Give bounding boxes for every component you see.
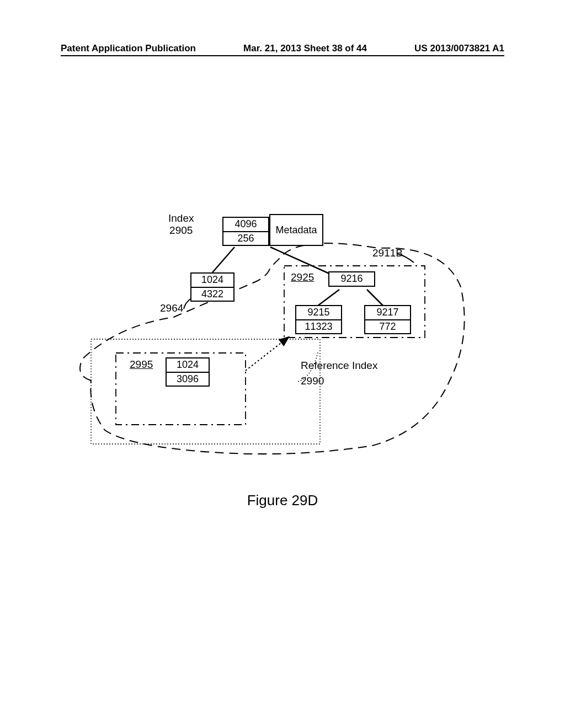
box-2995: 1024 3096	[166, 357, 210, 387]
box-2995-top: 1024	[167, 358, 209, 373]
svg-line-8	[246, 338, 288, 371]
index-ref: 2905	[168, 224, 194, 237]
header-left: Patent Application Publication	[61, 43, 196, 54]
box-9215-top: 9215	[296, 306, 341, 320]
ref-2995: 2995	[130, 358, 153, 371]
svg-line-0	[212, 247, 234, 272]
ref-2990: 2990	[301, 375, 324, 387]
box-9215: 9215 11323	[295, 305, 342, 334]
diagram-lines	[74, 215, 483, 491]
box-9216: 9216	[328, 271, 375, 287]
header-rule	[61, 55, 504, 56]
svg-rect-6	[91, 339, 320, 444]
ref-2911b: 2911B	[372, 247, 403, 259]
root-box-bottom: 256	[223, 232, 268, 245]
index-label-group: Index 2905	[168, 212, 194, 237]
box-9217-top: 9217	[365, 306, 410, 320]
ref-2925: 2925	[291, 271, 314, 283]
root-box: 4096 256	[222, 217, 269, 246]
page-header: Patent Application Publication Mar. 21, …	[0, 43, 565, 54]
metadata-box: Metadata	[269, 214, 323, 246]
box-1024-top: 1024	[191, 274, 233, 288]
box-9217-bottom: 772	[365, 320, 410, 334]
reference-index-label: Reference Index	[301, 360, 377, 372]
header-center: Mar. 21, 2013 Sheet 38 of 44	[243, 43, 367, 54]
ref-2964: 2964	[160, 302, 183, 314]
header-right: US 2013/0073821 A1	[414, 43, 504, 54]
box-9217: 9217 772	[364, 305, 411, 334]
svg-line-3	[367, 290, 383, 306]
metadata-label: Metadata	[275, 224, 317, 236]
svg-line-2	[317, 290, 339, 306]
figure-caption: Figure 29D	[0, 492, 565, 509]
box-9215-bottom: 11323	[296, 320, 341, 334]
root-box-top: 4096	[223, 218, 268, 232]
box-2995-bottom: 3096	[167, 373, 209, 386]
box-1024-bottom: 4322	[191, 288, 233, 301]
box-9216-val: 9216	[329, 272, 374, 286]
figure-diagram: Index 2905 4096 256 Metadata 1024 4322 2…	[74, 215, 483, 491]
index-label: Index	[168, 212, 194, 224]
box-1024-4322: 1024 4322	[190, 272, 234, 302]
